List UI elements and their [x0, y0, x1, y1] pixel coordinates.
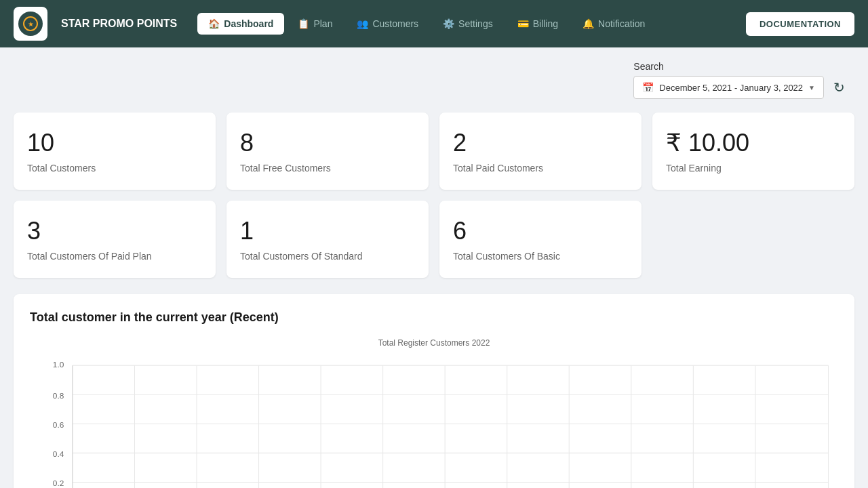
stat-value-free-customers: 8	[240, 129, 415, 157]
stat-value-paid-plan: 3	[27, 217, 202, 245]
stats-row-1: 10 Total Customers 8 Total Free Customer…	[14, 113, 854, 190]
settings-icon: ⚙️	[443, 18, 454, 29]
nav-label-customers: Customers	[372, 18, 418, 29]
y-label-0-4: 0.4	[53, 449, 64, 459]
stat-card-paid-plan: 3 Total Customers Of Paid Plan	[14, 201, 216, 278]
dashboard-icon: 🏠	[208, 18, 220, 29]
search-group: Search 📅 December 5, 2021 - January 3, 2…	[633, 61, 848, 99]
stat-label-basic: Total Customers Of Basic	[453, 251, 628, 262]
y-label-1-0: 1.0	[53, 360, 64, 369]
nav-item-customers[interactable]: 👥 Customers	[346, 13, 429, 35]
stat-card-basic: 6 Total Customers Of Basic	[439, 201, 642, 278]
refresh-icon: ↻	[833, 80, 845, 95]
stat-card-free-customers: 8 Total Free Customers	[226, 113, 429, 190]
header: ★ STAR PROMO POINTS 🏠 Dashboard 📋 Plan 👥…	[0, 0, 868, 47]
billing-icon: 💳	[517, 18, 529, 29]
stat-card-paid-customers: 2 Total Paid Customers	[439, 113, 642, 190]
stat-card-empty	[652, 201, 854, 278]
documentation-button[interactable]: DOCUMENTATION	[746, 12, 854, 36]
y-label-0-8: 0.8	[53, 391, 64, 401]
nav-label-plan: Plan	[313, 18, 332, 29]
stat-label-paid-plan: Total Customers Of Paid Plan	[27, 251, 202, 262]
nav-label-dashboard: Dashboard	[224, 18, 273, 29]
main-nav: 🏠 Dashboard 📋 Plan 👥 Customers ⚙️ Settin…	[197, 13, 732, 35]
nav-item-dashboard[interactable]: 🏠 Dashboard	[197, 13, 284, 35]
logo-icon: ★	[18, 12, 43, 36]
stats-row-2: 3 Total Customers Of Paid Plan 1 Total C…	[14, 201, 854, 278]
y-label-0-2: 0.2	[53, 479, 64, 488]
chart-svg: 1.0 0.8 0.6 0.4 0.2 0 -0.2	[30, 354, 838, 488]
stat-label-total-earning: Total Earning	[666, 163, 841, 174]
calendar-icon: 📅	[642, 82, 654, 93]
nav-item-settings[interactable]: ⚙️ Settings	[432, 13, 504, 35]
stat-card-total-earning: ₹ 10.00 Total Earning	[652, 113, 854, 190]
notification-icon: 🔔	[583, 18, 594, 29]
stat-value-total-customers: 10	[27, 129, 202, 157]
nav-item-plan[interactable]: 📋 Plan	[287, 13, 343, 35]
stat-label-paid-customers: Total Paid Customers	[453, 163, 628, 174]
stat-label-free-customers: Total Free Customers	[240, 163, 415, 174]
search-row: 📅 December 5, 2021 - January 3, 2022 ▼ ↻	[633, 76, 848, 99]
stat-value-basic: 6	[453, 217, 628, 245]
nav-label-settings: Settings	[458, 18, 493, 29]
nav-label-billing: Billing	[533, 18, 558, 29]
brand-name: STAR PROMO POINTS	[61, 18, 177, 30]
chart-subtitle: Total Register Customers 2022	[30, 338, 838, 348]
chart-title: Total customer in the current year (Rece…	[30, 310, 838, 325]
main-content: Search 📅 December 5, 2021 - January 3, 2…	[0, 47, 868, 488]
chevron-down-icon: ▼	[808, 84, 815, 92]
stat-card-standard: 1 Total Customers Of Standard	[226, 201, 429, 278]
search-section: Search 📅 December 5, 2021 - January 3, 2…	[14, 61, 854, 99]
nav-item-billing[interactable]: 💳 Billing	[507, 13, 569, 35]
chart-section: Total customer in the current year (Rece…	[14, 294, 854, 488]
stat-value-paid-customers: 2	[453, 129, 628, 157]
nav-item-notification[interactable]: 🔔 Notification	[572, 13, 656, 35]
stat-card-total-customers: 10 Total Customers	[14, 113, 216, 190]
nav-label-notification: Notification	[598, 18, 645, 29]
stat-value-standard: 1	[240, 217, 415, 245]
star-icon: ★	[28, 20, 34, 28]
stat-value-total-earning: ₹ 10.00	[666, 129, 841, 157]
stat-label-standard: Total Customers Of Standard	[240, 251, 415, 262]
logo-box: ★	[14, 7, 47, 41]
stat-label-total-customers: Total Customers	[27, 163, 202, 174]
logo-inner: ★	[23, 16, 38, 31]
date-range-value: December 5, 2021 - January 3, 2022	[659, 83, 803, 93]
y-label-0-6: 0.6	[53, 420, 64, 430]
date-range-picker[interactable]: 📅 December 5, 2021 - January 3, 2022 ▼	[633, 76, 824, 99]
search-label: Search	[633, 61, 848, 72]
chart-container: 1.0 0.8 0.6 0.4 0.2 0 -0.2	[30, 354, 838, 488]
plan-icon: 📋	[298, 18, 309, 29]
refresh-button[interactable]: ↻	[831, 77, 848, 98]
customers-icon: 👥	[357, 18, 368, 29]
